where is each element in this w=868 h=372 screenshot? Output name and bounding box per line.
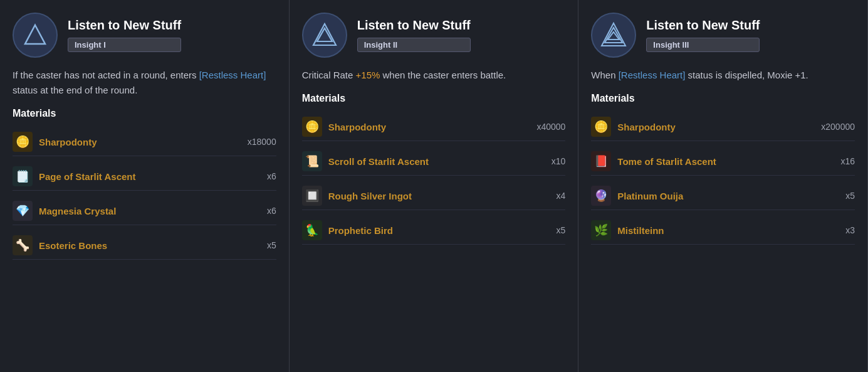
insight-1-icon-circle [13, 13, 58, 58]
insight-1-panel: Listen to New Stuff Insight I If the cas… [0, 0, 290, 372]
material-name: Mistilteinn [617, 225, 839, 236]
table-row: 🪙 Sharpodonty x200000 [591, 113, 855, 141]
insight-3-skill-title: Listen to New Stuff [646, 18, 760, 33]
valknut-3-icon [600, 21, 627, 49]
insight-1-badge: Insight I [68, 38, 181, 52]
insight-2-panel: Listen to New Stuff Insight II Critical … [290, 0, 579, 372]
valknut-1-icon [21, 21, 49, 49]
material-qty: x18000 [248, 137, 276, 147]
insight-2-header: Listen to New Stuff Insight II [302, 13, 566, 58]
insight-3-header: Listen to New Stuff Insight III [591, 13, 855, 58]
scroll-icon: 📜 [302, 151, 322, 171]
table-row: 🦜 Prophetic Bird x5 [302, 216, 566, 245]
svg-marker-0 [25, 25, 45, 44]
table-row: 🔲 Rough Silver Ingot x4 [302, 182, 566, 210]
restless-heart-link-1: [Restless Heart] [199, 70, 266, 80]
insight-2-materials: Materials 🪙 Sharpodonty x40000 📜 Scroll … [302, 93, 566, 245]
table-row: 🪙 Sharpodonty x40000 [302, 113, 566, 141]
material-name: Tome of Starlit Ascent [617, 156, 834, 167]
coin-icon: 🪙 [302, 117, 322, 137]
insight-3-materials-title: Materials [591, 93, 855, 107]
insight-2-badge: Insight II [357, 38, 471, 52]
material-qty: x6 [267, 171, 276, 181]
bird-icon: 🦜 [302, 220, 322, 240]
table-row: 🌿 Mistilteinn x3 [591, 216, 855, 245]
table-row: 🪙 Sharpodonty x18000 [13, 128, 276, 156]
material-name: Platinum Ouija [617, 191, 839, 201]
material-name: Rough Silver Ingot [328, 191, 550, 201]
restless-heart-link-3: [Restless Heart] [619, 70, 686, 80]
scroll-icon: 🗒️ [13, 166, 33, 186]
coin-icon: 🪙 [591, 117, 611, 137]
material-name: Sharpodonty [617, 122, 815, 132]
material-name: Prophetic Bird [328, 225, 550, 236]
table-row: 📜 Scroll of Starlit Ascent x10 [302, 147, 566, 176]
crystal-icon: 💎 [13, 201, 33, 221]
material-qty: x5 [557, 225, 566, 235]
material-qty: x6 [267, 206, 276, 216]
tome-icon: 📕 [591, 151, 611, 171]
material-qty: x5 [267, 240, 276, 250]
insight-3-materials: Materials 🪙 Sharpodonty x200000 📕 Tome o… [591, 93, 855, 245]
insight-2-header-text: Listen to New Stuff Insight II [357, 18, 471, 52]
material-qty: x200000 [821, 122, 855, 132]
table-row: 🗒️ Page of Starlit Ascent x6 [13, 162, 276, 191]
insight-2-skill-title: Listen to New Stuff [357, 18, 471, 33]
material-qty: x16 [840, 156, 855, 166]
material-qty: x40000 [536, 122, 565, 132]
material-name: Sharpodonty [39, 137, 241, 147]
insight-1-description: If the caster has not acted in a round, … [13, 68, 276, 98]
plant-icon: 🌿 [591, 220, 611, 240]
material-name: Magnesia Crystal [39, 206, 261, 216]
table-row: 📕 Tome of Starlit Ascent x16 [591, 147, 855, 176]
valknut-2-icon [311, 21, 338, 49]
insight-1-header: Listen to New Stuff Insight I [13, 13, 276, 58]
ouija-icon: 🔮 [591, 186, 611, 206]
insight-3-panel: Listen to New Stuff Insight III When [Re… [578, 0, 868, 372]
insight-2-materials-title: Materials [302, 93, 566, 107]
material-qty: x5 [845, 191, 855, 201]
table-row: 💎 Magnesia Crystal x6 [13, 197, 276, 225]
insight-2-description: Critical Rate +15% when the caster enter… [302, 68, 566, 83]
insight-3-header-text: Listen to New Stuff Insight III [646, 18, 760, 52]
insight-1-materials: Materials 🪙 Sharpodonty x18000 🗒️ Page o… [13, 108, 276, 260]
material-name: Esoteric Bones [39, 240, 261, 251]
crit-rate-value: +15% [356, 70, 380, 80]
ingot-icon: 🔲 [302, 186, 322, 206]
insight-1-materials-title: Materials [13, 108, 276, 122]
material-name: Sharpodonty [328, 122, 531, 132]
insight-3-icon-circle [591, 13, 636, 58]
material-qty: x3 [845, 225, 855, 235]
insight-1-header-text: Listen to New Stuff Insight I [68, 18, 181, 52]
table-row: 🔮 Platinum Ouija x5 [591, 182, 855, 210]
coin-icon: 🪙 [13, 132, 33, 152]
insight-3-badge: Insight III [646, 38, 760, 52]
material-qty: x10 [552, 156, 566, 166]
insight-1-skill-title: Listen to New Stuff [68, 18, 181, 33]
material-name: Scroll of Starlit Ascent [328, 156, 545, 167]
table-row: 🦴 Esoteric Bones x5 [13, 231, 276, 260]
material-name: Page of Starlit Ascent [39, 171, 261, 182]
insight-2-icon-circle [302, 13, 347, 58]
insight-3-description: When [Restless Heart] status is dispelle… [591, 68, 855, 83]
material-qty: x4 [557, 191, 566, 201]
svg-marker-5 [608, 32, 619, 40]
bones-icon: 🦴 [13, 235, 33, 255]
